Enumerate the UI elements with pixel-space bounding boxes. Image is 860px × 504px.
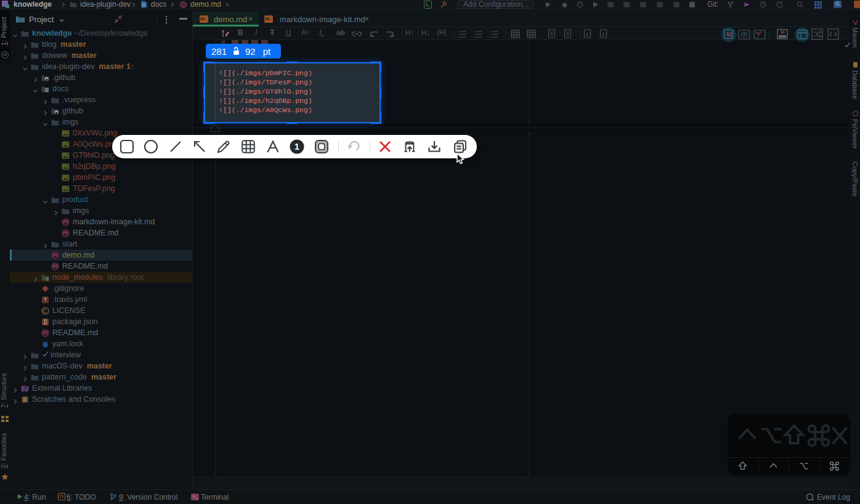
svg-text:1: 1 <box>294 142 299 152</box>
svg-text:M: M <box>781 30 785 35</box>
svg-text:M: M <box>756 31 759 35</box>
